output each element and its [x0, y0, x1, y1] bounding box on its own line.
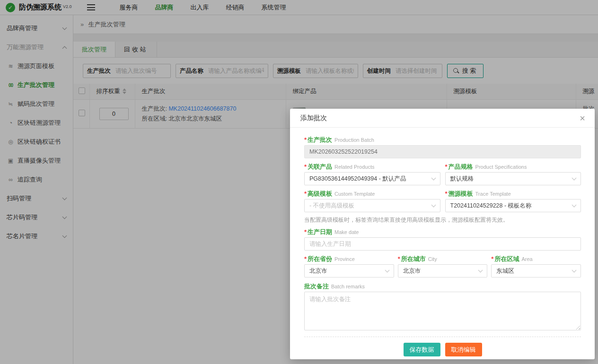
field-province: 所在省份 Province 北京市 — [304, 255, 394, 277]
field-production-batch: 生产批次 Production Batch — [304, 136, 581, 158]
field-city: 所在城市 City 北京市 — [398, 255, 488, 277]
field-trace-template: 溯源模板 Trace Template T202411024529228 - 模… — [445, 190, 581, 212]
province-select[interactable]: 北京市 — [304, 264, 394, 277]
add-batch-modal: 添加批次 × 生产批次 Production Batch 关联产品 Relate… — [290, 109, 595, 359]
save-button[interactable]: 保存数据 — [404, 343, 440, 356]
field-make-date: 生产日期 Make date — [304, 228, 581, 251]
related-product-select[interactable]: PG830536144952049394 - 默认产品 — [304, 172, 440, 185]
template-hint: 当配置高级模板时，标签查询结果直接使用高级模板显示，溯源模板配置将无效。 — [304, 216, 581, 223]
field-related-product: 关联产品 Related Products PG8305361449520493… — [304, 163, 440, 185]
trace-template-select[interactable]: T202411024529228 - 模板名称 — [445, 199, 581, 212]
close-icon[interactable]: × — [580, 113, 585, 123]
chevron-down-icon — [572, 268, 577, 273]
field-product-spec: 产品规格 Product Specifications 默认规格 — [445, 163, 581, 185]
city-select[interactable]: 北京市 — [398, 264, 488, 277]
chevron-down-icon — [572, 176, 577, 181]
cancel-button[interactable]: 取消编辑 — [445, 343, 482, 356]
area-select[interactable]: 东城区 — [491, 264, 581, 277]
chevron-down-icon — [572, 203, 577, 208]
field-remarks: 批次备注 Batch remarks — [304, 282, 581, 330]
production-batch-input — [304, 145, 581, 158]
field-area: 所在区域 Area 东城区 — [491, 255, 581, 277]
chevron-down-icon — [431, 176, 436, 181]
field-custom-template: 高级模板 Custom Template - 不使用高级模板 — [304, 190, 440, 212]
product-spec-select[interactable]: 默认规格 — [445, 172, 581, 185]
custom-template-select[interactable]: - 不使用高级模板 — [304, 199, 440, 212]
chevron-down-icon — [385, 268, 389, 273]
modal-header: 添加批次 × — [290, 109, 595, 128]
modal-footer: 保存数据 取消编辑 — [304, 337, 581, 356]
chevron-down-icon — [478, 268, 483, 273]
make-date-input[interactable] — [304, 237, 581, 251]
modal-body: 生产批次 Production Batch 关联产品 Related Produ… — [290, 128, 595, 330]
remarks-textarea[interactable] — [304, 292, 581, 330]
modal-title: 添加批次 — [300, 114, 327, 122]
chevron-down-icon — [431, 203, 436, 208]
